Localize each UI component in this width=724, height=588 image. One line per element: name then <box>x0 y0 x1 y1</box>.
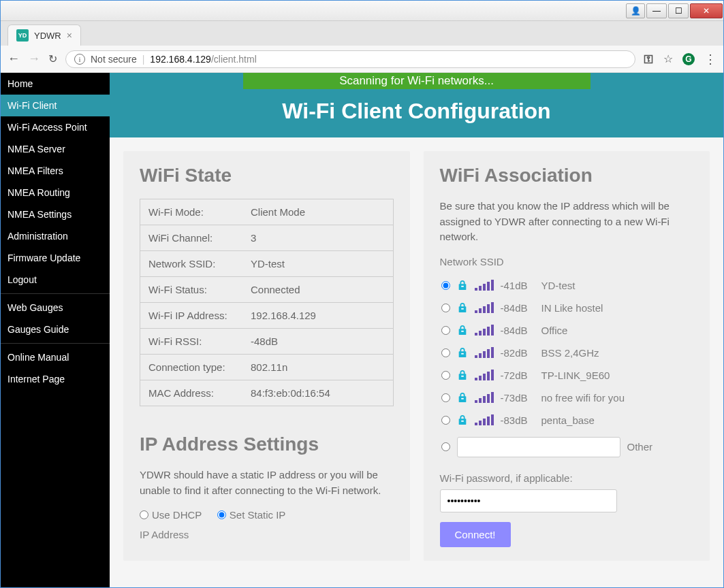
ip-settings-help: YDWR should have a static IP address or … <box>140 468 394 498</box>
wifi-password-input[interactable] <box>440 489 617 512</box>
wifi-state-table: Wi-Fi Mode:Client ModeWiFi Channel:3Netw… <box>140 199 394 406</box>
state-row: Connection type:802.11n <box>140 355 393 380</box>
rssi-value: -41dB <box>501 280 535 291</box>
tab-close-icon[interactable]: × <box>67 30 72 41</box>
signal-icon <box>475 414 494 425</box>
nav-item-firmware-update[interactable]: Firmware Update <box>1 247 110 269</box>
svg-rect-3 <box>461 353 464 355</box>
network-row: -82dBBSS 2,4GHz <box>440 342 694 364</box>
back-button[interactable]: ← <box>7 52 20 66</box>
ssid-name: Office <box>541 325 568 336</box>
dhcp-radio-input[interactable] <box>140 510 148 519</box>
network-row: -84dBIN Like hostel <box>440 297 694 319</box>
network-radio-other[interactable] <box>441 442 450 451</box>
nav-item-nmea-filters[interactable]: NMEA Filters <box>1 160 110 182</box>
user-button[interactable]: 👤 <box>626 3 645 18</box>
sidebar: HomeWi-Fi ClientWi-Fi Access PointNMEA S… <box>1 73 110 587</box>
bookmark-icon[interactable]: ☆ <box>663 52 673 65</box>
extension-icon[interactable]: G <box>682 53 695 65</box>
state-value: Connected <box>242 277 393 302</box>
network-radio[interactable] <box>441 281 450 290</box>
state-row: MAC Address:84:f3:eb:0d:16:54 <box>140 380 393 406</box>
association-help: Be sure that you know the IP address whi… <box>440 199 694 245</box>
state-label: Network SSID: <box>140 251 242 276</box>
svg-rect-6 <box>461 421 464 422</box>
state-value: 192.168.4.129 <box>242 303 393 328</box>
network-radio[interactable] <box>441 348 450 357</box>
dhcp-label: Use DHCP <box>152 509 202 521</box>
state-value: 3 <box>242 225 393 250</box>
state-row: Wi-Fi RSSI:-48dB <box>140 329 393 355</box>
close-button[interactable]: ✕ <box>690 3 723 18</box>
maximize-button[interactable]: ☐ <box>668 3 689 18</box>
lock-icon <box>457 280 468 291</box>
reload-button[interactable]: ↻ <box>48 52 57 65</box>
state-value: 802.11n <box>242 355 393 380</box>
lock-icon <box>457 325 468 336</box>
lock-icon <box>457 347 468 358</box>
nav-item-wi-fi-access-point[interactable]: Wi-Fi Access Point <box>1 116 110 138</box>
ssid-name: IN Like hostel <box>541 302 603 314</box>
nav-item-home[interactable]: Home <box>1 73 110 95</box>
ssid-name: no free wifi for you <box>541 392 625 404</box>
state-row: Network SSID:YD-test <box>140 251 393 277</box>
state-row: Wi-Fi Mode:Client Mode <box>140 199 393 225</box>
state-row: Wi-Fi Status:Connected <box>140 277 393 303</box>
omnibox[interactable]: i Not secure | 192.168.4.129/client.html <box>65 50 635 68</box>
signal-icon <box>475 280 494 291</box>
nav-item-gauges-guide[interactable]: Gauges Guide <box>1 318 110 340</box>
static-radio-input[interactable] <box>217 510 226 519</box>
left-column: WiFi State Wi-Fi Mode:Client ModeWiFi Ch… <box>123 151 410 561</box>
nav-item-web-gauges[interactable]: Web Gauges <box>1 297 110 318</box>
nav-item-nmea-settings[interactable]: NMEA Settings <box>1 203 110 225</box>
network-radio[interactable] <box>441 393 450 402</box>
svg-rect-4 <box>461 376 464 377</box>
ip-settings-title: IP Address Settings <box>140 434 394 455</box>
svg-rect-1 <box>461 308 464 310</box>
ssid-name: TP-LINK_9E60 <box>541 370 610 381</box>
state-label: Wi-Fi Status: <box>140 277 242 302</box>
nav-item-wi-fi-client[interactable]: Wi-Fi Client <box>1 95 110 116</box>
url-host: 192.168.4.129 <box>150 54 211 65</box>
window-titlebar: 👤 — ☐ ✕ <box>1 1 723 21</box>
right-column: WiFi Association Be sure that you know t… <box>424 151 710 561</box>
connect-button[interactable]: Connect! <box>440 522 511 547</box>
network-radio[interactable] <box>441 326 450 335</box>
address-bar: ← → ↻ i Not secure | 192.168.4.129/clien… <box>1 46 723 73</box>
minimize-button[interactable]: — <box>646 3 667 18</box>
association-title: WiFi Association <box>440 165 694 186</box>
favicon-icon: YD <box>16 29 29 42</box>
ip-address-label: IP Address <box>140 529 394 540</box>
nav-item-administration[interactable]: Administration <box>1 225 110 247</box>
other-ssid-input[interactable] <box>457 437 620 457</box>
state-value: 84:f3:eb:0d:16:54 <box>242 380 393 406</box>
page-title: Wi-Fi Client Configuration <box>282 99 550 124</box>
browser-menu-icon[interactable]: ⋮ <box>704 52 717 67</box>
static-radio[interactable]: Set Static IP <box>217 509 286 521</box>
signal-icon <box>475 302 494 313</box>
nav-item-nmea-routing[interactable]: NMEA Routing <box>1 182 110 203</box>
wifi-state-title: WiFi State <box>140 165 394 186</box>
lock-icon <box>457 370 468 380</box>
nav-item-online-manual[interactable]: Online Manual <box>1 346 110 368</box>
svg-rect-5 <box>461 398 464 399</box>
lock-icon <box>457 302 468 313</box>
rssi-value: -82dB <box>501 347 535 359</box>
signal-icon <box>475 347 494 358</box>
static-label: Set Static IP <box>230 509 286 521</box>
key-icon[interactable]: ⚿ <box>644 53 654 65</box>
nav-item-nmea-server[interactable]: NMEA Server <box>1 138 110 160</box>
rssi-value: -84dB <box>501 325 535 336</box>
nav-item-logout[interactable]: Logout <box>1 269 110 291</box>
network-radio[interactable] <box>441 371 450 380</box>
info-icon[interactable]: i <box>74 54 85 65</box>
not-secure-label: Not secure <box>91 54 137 65</box>
dhcp-radio[interactable]: Use DHCP <box>140 509 202 521</box>
ssid-name: BSS 2,4GHz <box>541 347 599 359</box>
network-radio[interactable] <box>441 304 450 312</box>
network-radio[interactable] <box>441 416 450 425</box>
nav-item-internet-page[interactable]: Internet Page <box>1 368 110 390</box>
browser-tab[interactable]: YD YDWR × <box>7 24 81 46</box>
state-value: Client Mode <box>242 199 393 225</box>
state-row: WiFi Channel:3 <box>140 225 393 251</box>
